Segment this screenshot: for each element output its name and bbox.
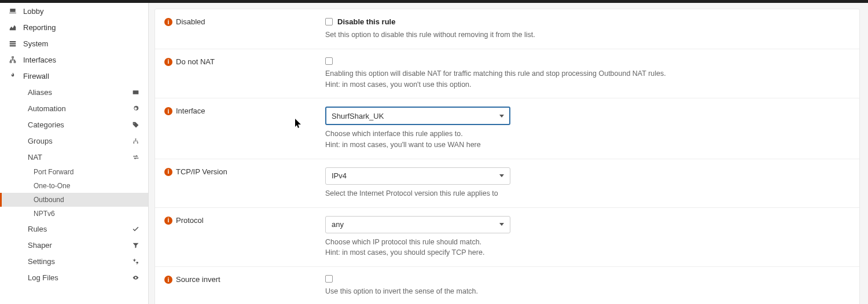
sidebar-item-label: Shaper: [28, 241, 52, 250]
help-text: Choose which IP protocol this rule shoul…: [325, 237, 850, 259]
sidebar-item-one-to-one[interactable]: One-to-One: [0, 179, 148, 193]
help-text: Choose which interface this rule applies…: [325, 129, 850, 151]
svg-point-1: [135, 138, 136, 140]
field-label: Interface: [176, 107, 205, 115]
sidebar-item-reporting[interactable]: Reporting: [0, 19, 148, 35]
svg-point-2: [133, 142, 134, 143]
server-icon: [8, 39, 17, 48]
help-text: Use this option to invert the sense of t…: [325, 286, 850, 297]
svg-point-3: [137, 142, 138, 143]
filter-icon: [131, 240, 140, 250]
sidebar-item-label: Rules: [28, 225, 47, 233]
sidebar-item-port-forward[interactable]: Port Forward: [0, 165, 148, 179]
field-label: Do not NAT: [176, 57, 215, 66]
caret-down-icon: [499, 223, 504, 226]
interface-select[interactable]: ShurfShark_UK: [325, 107, 510, 125]
help-text: Set this option to disable this rule wit…: [325, 30, 850, 41]
select-value: ShurfShark_UK: [332, 112, 384, 120]
chart-icon: [8, 23, 17, 32]
check-icon: [131, 224, 140, 233]
select-value: any: [332, 220, 344, 229]
field-label: Source invert: [176, 275, 220, 284]
fire-icon: [8, 71, 17, 80]
sidebar-item-label: Reporting: [23, 23, 56, 32]
sidebar-item-label: Settings: [28, 257, 55, 266]
sidebar-item-label: NAT: [28, 153, 42, 162]
info-icon[interactable]: i: [164, 107, 172, 115]
sidebar-item-label: Automation: [28, 104, 66, 113]
row-source-invert: i Source invert Use this option to inver…: [155, 267, 859, 304]
form-panel: i Disabled Disable this rule Set this op…: [155, 9, 860, 304]
sidebar: Lobby Reporting System Interfaces Firewa…: [0, 3, 149, 304]
sidebar-item-interfaces[interactable]: Interfaces: [0, 52, 148, 68]
help-text: Enabling this option will disable NAT fo…: [325, 68, 850, 90]
checkbox-label[interactable]: Disable this rule: [337, 17, 395, 26]
sidebar-item-rules[interactable]: Rules: [0, 221, 148, 237]
field-label: TCP/IP Version: [176, 167, 227, 176]
sidebar-item-label: Aliases: [28, 88, 52, 97]
info-icon[interactable]: i: [164, 58, 172, 66]
sidebar-item-nptv6[interactable]: NPTv6: [0, 207, 148, 221]
sitemap-icon: [131, 136, 140, 145]
svg-point-5: [136, 262, 138, 263]
laptop-icon: [8, 6, 17, 16]
sidebar-item-shaper[interactable]: Shaper: [0, 237, 148, 253]
sidebar-item-label: Lobby: [23, 7, 43, 16]
info-icon[interactable]: i: [164, 18, 172, 26]
sidebar-item-label: System: [23, 39, 48, 48]
sidebar-item-label: Groups: [28, 137, 53, 145]
card-icon: [131, 87, 140, 97]
exchange-icon: [131, 152, 140, 162]
disabled-checkbox[interactable]: [325, 18, 333, 25]
gears-icon: [131, 257, 140, 266]
sidebar-item-label: Firewall: [23, 72, 49, 80]
select-value: IPv4: [332, 171, 347, 180]
sidebar-item-lobby[interactable]: Lobby: [0, 3, 148, 19]
row-protocol: i Protocol any Choose which IP protocol …: [155, 208, 859, 268]
source-invert-checkbox[interactable]: [325, 275, 333, 283]
info-icon[interactable]: i: [164, 217, 172, 225]
sidebar-item-label: Interfaces: [23, 56, 56, 64]
sidebar-item-settings[interactable]: Settings: [0, 253, 148, 269]
sidebar-item-firewall[interactable]: Firewall: [0, 68, 148, 84]
sidebar-item-system[interactable]: System: [0, 35, 148, 52]
row-do-not-nat: i Do not NAT Enabling this option will d…: [155, 49, 859, 99]
sidebar-item-label: Log Files: [28, 273, 58, 282]
eye-icon: [131, 273, 140, 282]
field-label: Disabled: [176, 17, 205, 26]
sidebar-item-outbound[interactable]: Outbound: [0, 193, 148, 207]
row-disabled: i Disabled Disable this rule Set this op…: [155, 9, 859, 49]
field-label: Protocol: [176, 216, 204, 225]
sidebar-item-aliases[interactable]: Aliases: [0, 84, 148, 100]
sidebar-item-groups[interactable]: Groups: [0, 133, 148, 149]
info-icon[interactable]: i: [164, 168, 172, 176]
sidebar-item-nat[interactable]: NAT: [0, 149, 148, 165]
sitemap-icon: [8, 55, 17, 64]
sidebar-item-log-files[interactable]: Log Files: [0, 269, 148, 285]
sidebar-item-categories[interactable]: Categories: [0, 116, 148, 133]
gear-icon: [131, 104, 140, 113]
sidebar-item-label: Categories: [28, 120, 64, 129]
svg-rect-0: [133, 90, 138, 94]
caret-down-icon: [499, 115, 504, 118]
content-area: i Disabled Disable this rule Set this op…: [149, 3, 868, 304]
svg-point-4: [133, 259, 135, 261]
protocol-select[interactable]: any: [325, 216, 510, 233]
info-icon[interactable]: i: [164, 276, 172, 284]
row-tcp-ip-version: i TCP/IP Version IPv4 Select the Interne…: [155, 159, 859, 208]
row-interface: i Interface ShurfShark_UK Choose which i…: [155, 98, 859, 159]
do-not-nat-checkbox[interactable]: [325, 57, 333, 65]
help-text: Select the Internet Protocol version thi…: [325, 188, 850, 199]
caret-down-icon: [499, 174, 504, 177]
tcp-ip-select[interactable]: IPv4: [325, 167, 510, 185]
sidebar-item-automation[interactable]: Automation: [0, 100, 148, 116]
tags-icon: [131, 120, 140, 129]
